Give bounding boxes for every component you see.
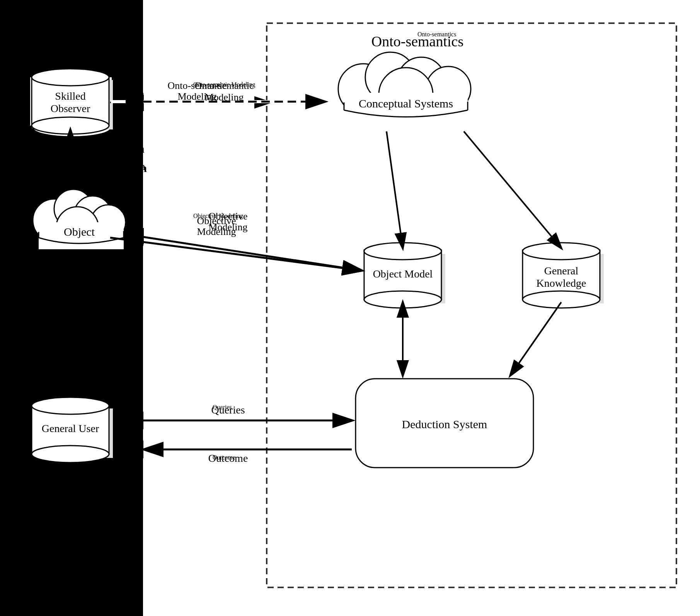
svg-rect-88	[126, 441, 143, 458]
object-node	[31, 178, 135, 247]
svg-line-84	[510, 302, 561, 376]
svg-text:Modeling: Modeling	[197, 226, 236, 237]
svg-rect-72	[126, 93, 143, 111]
conceptual-systems-node	[325, 50, 487, 120]
observation-label: observation	[85, 160, 114, 167]
object-model-node	[364, 243, 441, 301]
deduction-system-node	[356, 379, 533, 468]
svg-line-67	[110, 238, 361, 271]
svg-text:Modeling: Modeling	[204, 92, 244, 103]
queries-label: Queries	[213, 404, 232, 411]
skilled-observer-node	[32, 69, 109, 127]
svg-text:Modeling: Modeling	[177, 91, 216, 102]
objective-modeling-label: Objective Modeling	[193, 213, 243, 220]
outcome-label: Outcome	[213, 454, 235, 461]
svg-line-78	[143, 237, 361, 271]
general-knowledge-node	[523, 243, 600, 301]
svg-rect-61	[128, 95, 144, 111]
svg-rect-85	[126, 412, 143, 429]
onto-semantics-label: Onto-semantics	[417, 31, 456, 38]
onto-semantic-modeling-label: Onto-semantic Modeling	[193, 81, 255, 88]
description-label: description	[85, 141, 112, 148]
general-user-node	[32, 398, 109, 456]
svg-line-82	[464, 131, 561, 248]
svg-line-81	[387, 131, 403, 248]
svg-text:Modeling: Modeling	[208, 221, 247, 233]
